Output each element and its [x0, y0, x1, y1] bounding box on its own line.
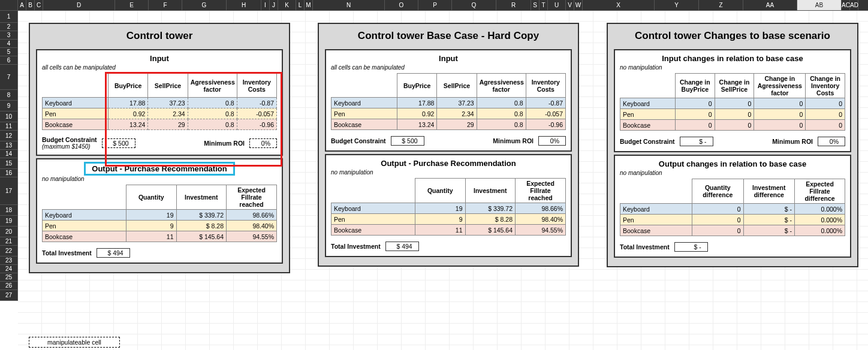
row-header-6[interactable]: 6: [0, 56, 18, 65]
col-header-A[interactable]: A: [18, 0, 26, 10]
data-cell[interactable]: -0.057: [237, 108, 276, 119]
col-header-N[interactable]: N: [313, 0, 385, 10]
col-header-AA[interactable]: AA: [743, 0, 797, 10]
row-header-14[interactable]: 14: [0, 150, 18, 158]
budget-label: Budget Constraint: [331, 137, 386, 144]
row-header-18[interactable]: 18: [0, 205, 18, 216]
row-header-7[interactable]: 7: [0, 65, 18, 90]
data-cell: 0.000%: [795, 215, 845, 225]
col-header-S[interactable]: S: [531, 0, 540, 10]
data-cell: 29: [437, 119, 477, 130]
row-header-9[interactable]: 9: [0, 101, 18, 111]
col-header-T[interactable]: T: [540, 0, 548, 10]
col-header-H[interactable]: H: [227, 0, 261, 10]
col-header-AD[interactable]: AD: [850, 0, 858, 10]
row-header-26[interactable]: 26: [0, 282, 18, 290]
col-header-X[interactable]: X: [583, 0, 655, 10]
col-header-cell: [43, 185, 126, 210]
col-header-G[interactable]: G: [182, 0, 227, 10]
data-cell[interactable]: -0.96: [237, 119, 276, 130]
cell-grid[interactable]: Control tower Input all cells can be man…: [18, 11, 868, 350]
row-header-16[interactable]: 16: [0, 169, 18, 177]
budget-label: Budget Constraint: [42, 136, 97, 143]
row-header-17[interactable]: 17: [0, 177, 18, 205]
data-cell[interactable]: 0.8: [188, 98, 237, 108]
data-cell[interactable]: 0.92: [108, 108, 148, 119]
col-header-U[interactable]: U: [548, 0, 566, 10]
col-header-Q[interactable]: Q: [452, 0, 496, 10]
budget-note: (maximum $1450): [42, 143, 97, 150]
col-header-E[interactable]: E: [115, 0, 149, 10]
row-header-24[interactable]: 24: [0, 265, 18, 273]
col-header-M[interactable]: M: [305, 0, 313, 10]
col-header-cell: SellPrice: [148, 74, 188, 98]
row-header-8[interactable]: 8: [0, 90, 18, 101]
total-value-3: $ -: [674, 242, 708, 252]
row-header-22[interactable]: 22: [0, 246, 18, 257]
row-headers[interactable]: 1234567891011121314151617181920212223242…: [0, 11, 18, 301]
col-header-P[interactable]: P: [418, 0, 452, 10]
data-cell: 0: [715, 98, 754, 109]
select-all-corner[interactable]: [0, 0, 18, 11]
col-header-cell: Agressiveness factor: [477, 74, 526, 98]
row-header-15[interactable]: 15: [0, 158, 18, 169]
row-header-25[interactable]: 25: [0, 273, 18, 282]
row-header-3[interactable]: 3: [0, 31, 18, 40]
data-cell[interactable]: 13.24: [108, 119, 148, 130]
col-header-R[interactable]: R: [496, 0, 531, 10]
row-header-11[interactable]: 11: [0, 122, 18, 131]
data-cell: 0: [692, 215, 744, 225]
col-header-AB[interactable]: AB: [797, 0, 842, 10]
col-header-F[interactable]: F: [149, 0, 182, 10]
data-cell[interactable]: 17.88: [108, 98, 148, 108]
col-header-cell: Change in SellPrice: [715, 74, 754, 98]
data-cell[interactable]: 29: [148, 119, 188, 130]
col-header-Y[interactable]: Y: [655, 0, 699, 10]
row-header-1[interactable]: 1: [0, 11, 18, 23]
data-cell: 0: [692, 225, 744, 236]
data-cell: 0: [676, 98, 715, 109]
col-header-J[interactable]: J: [270, 0, 278, 10]
data-cell[interactable]: 0.8: [188, 108, 237, 119]
col-header-I[interactable]: I: [261, 0, 270, 10]
data-cell[interactable]: 0.8: [188, 119, 237, 130]
roi-value-1[interactable]: 0%: [249, 138, 277, 148]
col-header-AC[interactable]: AC: [842, 0, 850, 10]
total-value-2: $ 494: [385, 242, 419, 251]
budget-value-1[interactable]: $ 500: [102, 138, 135, 148]
row-header-12[interactable]: 12: [0, 131, 18, 141]
col-header-cell: Change in Inventory Costs: [806, 74, 845, 98]
col-header-V[interactable]: V: [566, 0, 574, 10]
data-cell[interactable]: 2.34: [148, 108, 188, 119]
row-header-23[interactable]: 23: [0, 257, 18, 265]
total-label: Total Investment: [620, 243, 670, 251]
row-label: Keyboard: [43, 98, 108, 108]
row-header-4[interactable]: 4: [0, 40, 18, 48]
data-cell[interactable]: -0.87: [237, 98, 276, 108]
row-header-10[interactable]: 10: [0, 111, 18, 122]
col-header-cell: Inventory Costs: [526, 74, 565, 98]
row-header-5[interactable]: 5: [0, 48, 18, 56]
column-headers[interactable]: ABCDEFGHIJKLMNOPQRSTUVWXYZAAABACAD: [18, 0, 868, 11]
row-header-19[interactable]: 19: [0, 216, 18, 227]
panel-title: Control tower: [36, 28, 283, 47]
data-cell: 98.66%: [227, 210, 277, 221]
row-header-2[interactable]: 2: [0, 23, 18, 31]
col-header-W[interactable]: W: [574, 0, 583, 10]
col-header-D[interactable]: D: [43, 0, 115, 10]
col-header-cell: Inventory Costs: [237, 74, 276, 98]
row-header-21[interactable]: 21: [0, 237, 18, 246]
col-header-K[interactable]: K: [278, 0, 296, 10]
col-header-L[interactable]: L: [296, 0, 305, 10]
row-header-13[interactable]: 13: [0, 141, 18, 150]
row-header-20[interactable]: 20: [0, 227, 18, 237]
row-header-27[interactable]: 27: [0, 290, 18, 301]
data-cell[interactable]: 37.23: [148, 98, 188, 108]
col-header-O[interactable]: O: [385, 0, 418, 10]
col-header-C[interactable]: C: [35, 0, 43, 10]
col-header-Z[interactable]: Z: [699, 0, 743, 10]
data-cell: 0: [676, 120, 715, 131]
col-header-B[interactable]: B: [26, 0, 35, 10]
output-note: no manipulation: [620, 170, 845, 177]
total-label: Total Investment: [42, 249, 92, 257]
